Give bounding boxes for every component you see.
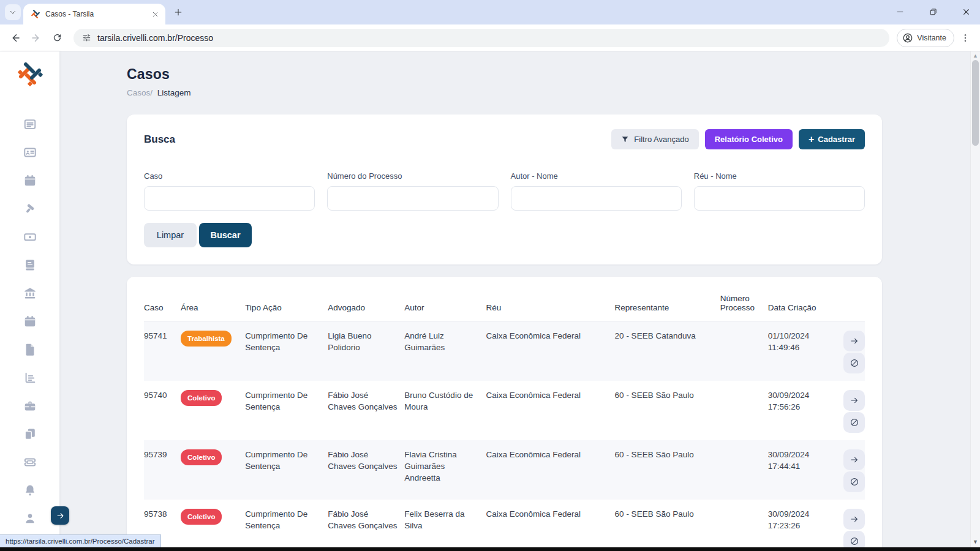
tab-search-chevron-icon[interactable] bbox=[5, 4, 21, 20]
ticket-icon[interactable] bbox=[23, 455, 37, 469]
cell-actions bbox=[835, 440, 865, 500]
breadcrumb-root[interactable]: Casos/ bbox=[127, 88, 153, 97]
site-settings-icon[interactable] bbox=[82, 33, 91, 42]
autor-nome-input[interactable] bbox=[511, 186, 682, 211]
search-card-title: Busca bbox=[144, 133, 175, 146]
briefcase-icon[interactable] bbox=[23, 399, 37, 413]
scrollbar-down-icon[interactable]: ▼ bbox=[971, 539, 980, 545]
cell-autor: André Luiz Guimarães bbox=[404, 321, 486, 381]
row-disable-button[interactable] bbox=[843, 353, 865, 373]
window-close-icon[interactable] bbox=[958, 4, 974, 20]
profile-label: Visitante bbox=[917, 34, 946, 42]
bank-icon[interactable] bbox=[23, 287, 37, 300]
row-open-button[interactable] bbox=[843, 449, 865, 470]
book-icon[interactable] bbox=[23, 258, 37, 272]
numero-processo-input[interactable] bbox=[327, 186, 498, 211]
reu-nome-input[interactable] bbox=[694, 186, 865, 211]
cell-autor: Flavia Cristina Guimarães Andreetta bbox=[404, 440, 486, 500]
calendar-icon[interactable] bbox=[23, 174, 37, 187]
person-icon[interactable] bbox=[23, 512, 37, 525]
field-reu-nome-label: Réu - Nome bbox=[694, 171, 865, 181]
table-row: 95741TrabalhistaCumprimento De SentençaL… bbox=[144, 321, 865, 381]
field-caso: Caso bbox=[144, 171, 315, 211]
row-open-button[interactable] bbox=[843, 390, 865, 411]
date-value: 01/10/2024 bbox=[768, 331, 829, 342]
header-numero-processo: Número Processo bbox=[720, 290, 768, 321]
cell-representante: 60 - SEEB São Paulo bbox=[615, 500, 720, 551]
cell-representante: 20 - SEEB Catanduva bbox=[615, 321, 720, 381]
vertical-scrollbar[interactable]: ▲ ▼ bbox=[970, 51, 980, 547]
gavel-icon[interactable] bbox=[23, 202, 37, 216]
app-viewport: Casos Casos/ Listagem Busca Filtro Avanç… bbox=[0, 51, 980, 547]
file-icon[interactable] bbox=[23, 343, 37, 356]
window-minimize-icon[interactable] bbox=[892, 4, 908, 20]
bell-icon[interactable] bbox=[23, 484, 37, 497]
sidebar-expand-button[interactable] bbox=[51, 506, 69, 525]
cell-advogado: Ligia Bueno Polidorio bbox=[328, 321, 404, 381]
row-open-button[interactable] bbox=[843, 331, 865, 351]
advanced-filter-button[interactable]: Filtro Avançado bbox=[611, 129, 698, 149]
scrollbar-up-icon[interactable]: ▲ bbox=[971, 53, 980, 59]
breadcrumb: Casos/ Listagem bbox=[127, 88, 962, 97]
url-text: tarsila.crivelli.com.br/Processo bbox=[97, 33, 213, 43]
row-disable-button[interactable] bbox=[843, 412, 865, 433]
header-actions bbox=[835, 290, 865, 321]
area-badge: Coletivo bbox=[181, 509, 222, 525]
url-bar[interactable]: tarsila.crivelli.com.br/Processo bbox=[74, 29, 889, 47]
new-tab-icon[interactable] bbox=[170, 4, 186, 20]
id-card-icon[interactable] bbox=[23, 146, 37, 159]
row-open-button[interactable] bbox=[843, 509, 865, 530]
tab-close-icon[interactable] bbox=[149, 9, 160, 20]
caso-input[interactable] bbox=[144, 186, 315, 211]
cell-advogado: Fábio José Chaves Gonçalves bbox=[328, 500, 404, 551]
browser-tab[interactable]: Casos - Tarsila bbox=[23, 4, 165, 24]
window-restore-icon[interactable] bbox=[925, 4, 941, 20]
profile-button[interactable]: Visitante bbox=[897, 29, 954, 47]
cell-autor: Felix Beserra da Silva bbox=[404, 500, 486, 551]
clear-button[interactable]: Limpar bbox=[144, 223, 197, 247]
calendar-alt-icon[interactable] bbox=[23, 315, 37, 328]
cell-reu: Caixa Econômica Federal bbox=[486, 440, 614, 500]
search-button[interactable]: Buscar bbox=[199, 223, 252, 247]
money-icon[interactable] bbox=[23, 230, 37, 244]
area-badge: Coletivo bbox=[181, 390, 222, 406]
header-representante: Representante bbox=[615, 290, 720, 321]
menu-list-icon[interactable] bbox=[23, 118, 37, 131]
date-value: 30/09/2024 bbox=[768, 390, 829, 402]
field-numero-processo: Número do Processo bbox=[327, 171, 498, 211]
date-value: 30/09/2024 bbox=[768, 449, 829, 461]
row-disable-button[interactable] bbox=[843, 471, 865, 492]
cell-representante: 60 - SEEB São Paulo bbox=[615, 381, 720, 440]
cell-area: Coletivo bbox=[181, 500, 245, 551]
collective-report-button[interactable]: Relatório Coletivo bbox=[705, 129, 793, 149]
register-button[interactable]: + Cadastrar bbox=[799, 129, 865, 149]
app-logo[interactable] bbox=[17, 60, 43, 87]
cell-area: Coletivo bbox=[181, 440, 245, 500]
back-icon[interactable] bbox=[6, 29, 24, 47]
window-controls bbox=[892, 4, 974, 20]
tab-title: Casos - Tarsila bbox=[45, 10, 145, 18]
time-value: 17:23:26 bbox=[768, 520, 829, 532]
header-caso: Caso bbox=[144, 290, 181, 321]
cell-actions bbox=[835, 321, 865, 381]
field-caso-label: Caso bbox=[144, 171, 315, 181]
browser-window: Casos - Tarsila bbox=[0, 0, 980, 51]
results-card: Caso Área Tipo Ação Advogado Autor Réu R… bbox=[127, 277, 882, 551]
cell-tipo-acao: Cumprimento De Sentença bbox=[245, 440, 328, 500]
field-numero-processo-label: Número do Processo bbox=[327, 171, 498, 181]
browser-menu-icon[interactable] bbox=[957, 29, 974, 47]
field-autor-nome-label: Autor - Nome bbox=[511, 171, 682, 181]
chart-icon[interactable] bbox=[23, 371, 37, 384]
header-data-criacao: Data Criação bbox=[768, 290, 835, 321]
date-value: 30/09/2024 bbox=[768, 509, 829, 520]
cell-data-criacao: 30/09/202417:23:26 bbox=[768, 500, 835, 551]
copy-icon[interactable] bbox=[23, 427, 37, 441]
main-content: Casos Casos/ Listagem Busca Filtro Avanç… bbox=[59, 51, 980, 547]
status-bar-link: https://tarsila.crivelli.com.br/Processo… bbox=[0, 534, 161, 547]
scrollbar-thumb[interactable] bbox=[972, 60, 979, 146]
cell-autor: Bruno Custódio de Moura bbox=[404, 381, 486, 440]
reload-icon[interactable] bbox=[48, 29, 66, 47]
forward-icon[interactable] bbox=[27, 29, 45, 47]
cell-reu: Caixa Econômica Federal bbox=[486, 321, 614, 381]
header-autor: Autor bbox=[404, 290, 486, 321]
